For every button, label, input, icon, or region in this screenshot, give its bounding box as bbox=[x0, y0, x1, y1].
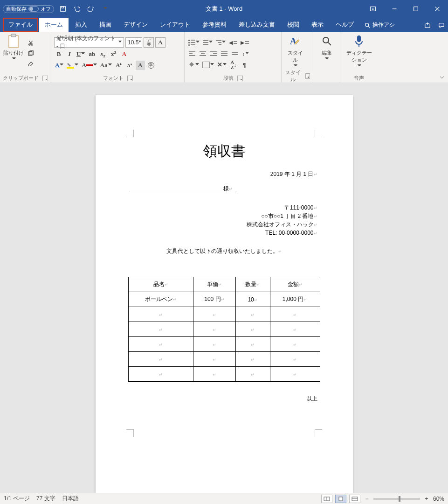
sender-company[interactable]: 株式会社オフィス・ハック bbox=[247, 221, 314, 228]
document-area[interactable]: 領収書 2019 年 1 月 1 日↵ 様↵ 〒111-0000↵ ○○市○○1… bbox=[0, 84, 448, 493]
styles-button[interactable]: A スタイ ル bbox=[284, 34, 306, 68]
save-icon[interactable] bbox=[58, 4, 68, 14]
zoom-level[interactable]: 60% bbox=[433, 496, 444, 502]
ribbon-display-options-icon[interactable] bbox=[362, 0, 384, 18]
table-cell[interactable]: ↵ bbox=[270, 367, 320, 382]
table-cell[interactable]: 100 円↵ bbox=[193, 292, 235, 307]
decrease-indent-icon[interactable]: ◀ bbox=[228, 38, 238, 47]
table-cell[interactable]: 10↵ bbox=[235, 292, 270, 307]
table-cell[interactable]: ↵ bbox=[128, 337, 193, 352]
qat-customize-icon[interactable] bbox=[100, 4, 110, 14]
doc-date[interactable]: 2019 年 1 月 1 日 bbox=[270, 171, 314, 177]
italic-button[interactable]: I bbox=[65, 49, 74, 59]
borders-icon[interactable] bbox=[201, 60, 215, 70]
status-page[interactable]: 1/1 ページ bbox=[4, 495, 30, 503]
table-cell[interactable]: 1,000 円↵ bbox=[270, 292, 320, 307]
bold-button[interactable]: B bbox=[54, 49, 63, 59]
table-row[interactable]: ↵↵↵↵ bbox=[128, 367, 320, 382]
strikethrough-button[interactable]: ab bbox=[87, 49, 96, 59]
paste-button[interactable]: 貼り付け bbox=[3, 34, 24, 74]
paragraph-dialog-launcher[interactable] bbox=[237, 76, 243, 81]
table-cell[interactable]: ↵ bbox=[270, 322, 320, 337]
table-cell[interactable]: ボールペン↵ bbox=[128, 292, 193, 307]
receipt-table[interactable]: 品名↵単価↵数量↵金額↵ ボールペン↵100 円↵10↵1,000 円↵↵↵↵↵… bbox=[128, 277, 320, 382]
status-words[interactable]: 77 文字 bbox=[36, 495, 55, 503]
font-dialog-launcher[interactable] bbox=[127, 76, 133, 81]
tab-layout[interactable]: レイアウト bbox=[154, 18, 196, 32]
table-cell[interactable]: ↵ bbox=[128, 352, 193, 367]
table-cell[interactable]: ↵ bbox=[235, 322, 270, 337]
tab-file[interactable]: ファイル bbox=[3, 18, 38, 32]
table-row[interactable]: ボールペン↵100 円↵10↵1,000 円↵ bbox=[128, 292, 320, 307]
doc-recipient-suffix[interactable]: 様 bbox=[223, 185, 229, 192]
tab-insert[interactable]: 挿入 bbox=[69, 18, 93, 32]
maximize-icon[interactable] bbox=[405, 0, 427, 18]
distributed-icon[interactable] bbox=[230, 49, 240, 58]
clipboard-dialog-launcher[interactable] bbox=[42, 76, 48, 81]
tab-mailings[interactable]: 差し込み文書 bbox=[233, 18, 281, 32]
editing-button[interactable]: 編集 bbox=[316, 34, 337, 81]
align-center-icon[interactable] bbox=[198, 49, 207, 58]
grow-font-icon[interactable]: A▴ bbox=[114, 61, 124, 70]
change-case-icon[interactable]: Aa bbox=[99, 61, 113, 70]
table-row[interactable]: ↵↵↵↵ bbox=[128, 352, 320, 367]
table-cell[interactable]: ↵ bbox=[193, 337, 235, 352]
numbering-icon[interactable] bbox=[202, 38, 214, 47]
table-cell[interactable]: ↵ bbox=[235, 352, 270, 367]
doc-body-text[interactable]: 文具代として以下の通り領収いたしました。 bbox=[166, 248, 278, 254]
bullets-icon[interactable] bbox=[187, 38, 200, 47]
font-color-icon[interactable]: A bbox=[81, 61, 97, 70]
sender-tel[interactable]: TEL: 00-0000-0000 bbox=[265, 230, 313, 236]
table-row[interactable]: ↵↵↵↵ bbox=[128, 322, 320, 337]
subscript-button[interactable]: x2 bbox=[98, 49, 107, 59]
increase-indent-icon[interactable]: ▶ bbox=[240, 38, 250, 47]
highlight-icon[interactable] bbox=[66, 61, 79, 70]
justify-icon[interactable] bbox=[220, 49, 229, 58]
enclose-characters-icon[interactable]: 字 bbox=[146, 61, 156, 70]
sort-icon[interactable]: AZ↓ bbox=[229, 60, 238, 70]
tab-review[interactable]: 校閲 bbox=[282, 18, 305, 32]
copy-icon[interactable] bbox=[26, 49, 35, 58]
font-name-combo[interactable]: 游明朝 (本文のフォント - 日 bbox=[54, 37, 124, 48]
autosave-toggle[interactable]: 自動保存 オフ bbox=[3, 5, 54, 13]
dictate-button[interactable]: ディクテー ション bbox=[343, 34, 375, 74]
undo-icon[interactable] bbox=[72, 4, 82, 14]
table-header[interactable]: 単価↵ bbox=[193, 277, 235, 292]
table-cell[interactable]: ↵ bbox=[193, 322, 235, 337]
table-cell[interactable]: ↵ bbox=[128, 307, 193, 322]
table-header[interactable]: 品名↵ bbox=[128, 277, 193, 292]
align-right-icon[interactable] bbox=[209, 49, 218, 58]
table-cell[interactable]: ↵ bbox=[193, 367, 235, 382]
tab-draw[interactable]: 描画 bbox=[94, 18, 117, 32]
table-cell[interactable]: ↵ bbox=[128, 367, 193, 382]
character-shading-icon[interactable]: A bbox=[136, 61, 145, 70]
redo-icon[interactable] bbox=[86, 4, 96, 14]
print-layout-icon[interactable] bbox=[335, 495, 346, 503]
tell-me-search[interactable]: 操作アシ bbox=[360, 18, 399, 32]
zoom-slider[interactable] bbox=[373, 498, 420, 500]
doc-title[interactable]: 領収書 bbox=[106, 142, 343, 161]
table-row[interactable]: ↵↵↵↵ bbox=[128, 337, 320, 352]
zoom-out-button[interactable]: − bbox=[363, 496, 371, 502]
multilevel-list-icon[interactable] bbox=[215, 38, 227, 47]
table-cell[interactable]: ↵ bbox=[128, 322, 193, 337]
clear-formatting-icon[interactable]: A bbox=[119, 49, 129, 59]
tab-references[interactable]: 参考資料 bbox=[197, 18, 232, 32]
styles-dialog-launcher[interactable] bbox=[305, 73, 310, 79]
tab-view[interactable]: 表示 bbox=[306, 18, 329, 32]
document-page[interactable]: 領収書 2019 年 1 月 1 日↵ 様↵ 〒111-0000↵ ○○市○○1… bbox=[96, 95, 353, 493]
tab-help[interactable]: ヘルプ bbox=[330, 18, 359, 32]
table-cell[interactable]: ↵ bbox=[270, 352, 320, 367]
character-border-icon[interactable]: A bbox=[155, 37, 165, 48]
font-size-combo[interactable]: 10.5 bbox=[125, 37, 142, 48]
comments-icon[interactable] bbox=[435, 19, 448, 32]
table-cell[interactable]: ↵ bbox=[193, 307, 235, 322]
table-header[interactable]: 数量↵ bbox=[235, 277, 270, 292]
table-cell[interactable]: ↵ bbox=[270, 337, 320, 352]
close-icon[interactable] bbox=[427, 0, 448, 18]
superscript-button[interactable]: x2 bbox=[109, 49, 118, 59]
format-painter-icon[interactable] bbox=[26, 60, 35, 69]
underline-button[interactable]: U bbox=[76, 49, 86, 59]
table-row[interactable]: ↵↵↵↵ bbox=[128, 307, 320, 322]
align-left-icon[interactable] bbox=[187, 49, 197, 58]
